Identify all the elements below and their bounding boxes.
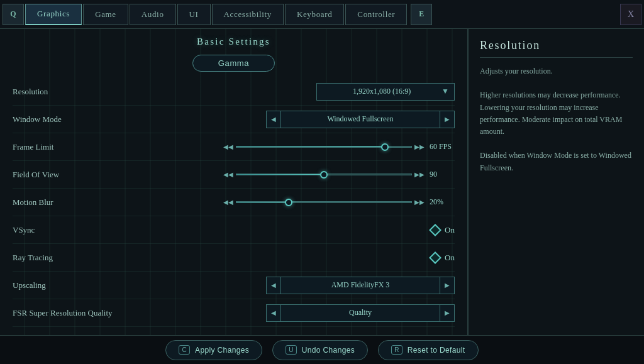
undo-key-label: U	[286, 345, 297, 355]
upscaling-selector: ◀ AMD FidelityFX 3 ▶	[266, 277, 455, 294]
resolution-value: 1,920x1,080 (16:9)	[322, 87, 441, 96]
main-layout: Basic Settings Gamma Resolution 1,920x1,…	[0, 29, 644, 335]
top-nav: Q Graphics Game Audio UI Accessibility K…	[0, 0, 644, 29]
ray-tracing-toggle[interactable]: On	[431, 253, 455, 263]
left-panel: Basic Settings Gamma Resolution 1,920x1,…	[0, 29, 468, 335]
ray-tracing-row: Ray Tracing On	[13, 244, 455, 272]
fov-slider-fill	[236, 174, 324, 175]
vsync-control[interactable]: On	[138, 225, 455, 235]
apply-label: Apply Changes	[195, 346, 249, 355]
tab-ui[interactable]: UI	[177, 4, 211, 25]
window-mode-selector: ◀ Windowed Fullscreen ▶	[266, 111, 455, 128]
apply-key-label: C	[179, 345, 190, 355]
apply-changes-button[interactable]: C Apply Changes	[165, 340, 262, 360]
ray-tracing-label: Ray Tracing	[13, 253, 138, 263]
fov-slider[interactable]: ◀◀ ▶▶	[223, 171, 425, 178]
motion-blur-control: ◀◀ ▶▶ 20%	[138, 197, 455, 207]
motion-blur-thumb[interactable]	[285, 199, 292, 206]
close-button[interactable]: X	[620, 4, 641, 25]
fov-control: ◀◀ ▶▶ 90	[138, 170, 455, 179]
tab-accessibility[interactable]: Accessibility	[212, 4, 284, 25]
window-mode-control: ◀ Windowed Fullscreen ▶	[138, 111, 455, 128]
fov-label: Field Of View	[13, 170, 138, 180]
motion-blur-row: Motion Blur ◀◀ ▶▶ 20%	[13, 189, 455, 216]
fov-slider-thumb[interactable]	[320, 171, 328, 179]
frame-limit-row: Frame Limit ◀◀ ▶▶ 60 FPS	[13, 133, 455, 161]
fsr-prev-button[interactable]: ◀	[266, 304, 281, 322]
upscaling-label: Upscaling	[13, 280, 138, 290]
bottom-bar: C Apply Changes U Undo Changes R Reset t…	[0, 335, 644, 364]
gamma-button[interactable]: Gamma	[192, 55, 275, 72]
e-icon-button[interactable]: E	[411, 4, 432, 25]
slider-thumb[interactable]	[381, 143, 389, 151]
window-mode-row: Window Mode ◀ Windowed Fullscreen ▶	[13, 106, 455, 133]
undo-changes-button[interactable]: U Undo Changes	[272, 340, 368, 360]
resolution-row: Resolution 1,920x1,080 (16:9) ▼	[13, 78, 455, 106]
motion-blur-left-icon: ◀◀	[223, 199, 233, 206]
upscaling-prev-button[interactable]: ◀	[266, 277, 281, 294]
motion-blur-slider[interactable]: ◀◀ ▶▶	[223, 199, 425, 206]
tab-game[interactable]: Game	[83, 4, 128, 25]
motion-blur-track[interactable]	[236, 201, 412, 203]
fov-slider-left-icon: ◀◀	[223, 171, 233, 178]
upscaling-row: Upscaling ◀ AMD FidelityFX 3 ▶	[13, 272, 455, 299]
q-icon-button[interactable]: Q	[3, 4, 24, 25]
reset-label: Reset to Default	[408, 346, 465, 355]
fsr-row: FSR Super Resolution Quality ◀ Quality ▶	[13, 299, 455, 327]
fov-row: Field Of View ◀◀ ▶▶ 90	[13, 161, 455, 189]
reset-key-label: R	[391, 345, 402, 355]
resolution-dropdown[interactable]: 1,920x1,080 (16:9) ▼	[316, 83, 455, 101]
gamma-button-wrap: Gamma	[0, 52, 467, 78]
fov-slider-right-icon: ▶▶	[414, 171, 425, 178]
right-panel: Resolution Adjusts your resolution. High…	[468, 29, 644, 335]
vsync-value: On	[445, 225, 455, 235]
vsync-toggle[interactable]: On	[431, 225, 455, 235]
fsr-control: ◀ Quality ▶	[138, 304, 455, 322]
fsr-selector: ◀ Quality ▶	[266, 304, 455, 322]
tab-graphics[interactable]: Graphics	[25, 4, 82, 25]
tab-audio[interactable]: Audio	[130, 4, 176, 25]
window-mode-value: Windowed Fullscreen	[281, 111, 440, 128]
frame-limit-control: ◀◀ ▶▶ 60 FPS	[138, 142, 455, 152]
ray-tracing-diamond-icon	[429, 251, 441, 264]
frame-limit-slider[interactable]: ◀◀ ▶▶	[223, 143, 425, 150]
dropdown-arrow-icon: ▼	[441, 87, 449, 96]
resolution-label: Resolution	[13, 87, 138, 97]
ray-tracing-control[interactable]: On	[138, 253, 455, 263]
vsync-diamond-icon	[429, 224, 441, 236]
reset-to-default-button[interactable]: R Reset to Default	[378, 340, 478, 360]
upscaling-next-button[interactable]: ▶	[440, 277, 455, 294]
vsync-label: VSync	[13, 225, 138, 235]
slider-right-icon: ▶▶	[414, 143, 425, 150]
window-mode-next-button[interactable]: ▶	[440, 111, 455, 128]
section-title: Basic Settings	[0, 29, 467, 52]
vsync-row: VSync On	[13, 216, 455, 244]
fsr-value: Quality	[281, 304, 440, 322]
ray-tracing-value: On	[445, 253, 455, 263]
settings-area: Resolution 1,920x1,080 (16:9) ▼ Window M…	[0, 78, 467, 327]
resolution-control[interactable]: 1,920x1,080 (16:9) ▼	[138, 83, 455, 101]
motion-blur-label: Motion Blur	[13, 197, 138, 207]
fov-slider-track[interactable]	[236, 174, 412, 175]
fsr-next-button[interactable]: ▶	[440, 304, 455, 322]
upscaling-value: AMD FidelityFX 3	[281, 277, 440, 294]
motion-blur-fill	[236, 202, 289, 202]
right-panel-title: Resolution	[480, 39, 633, 58]
tab-controller[interactable]: Controller	[345, 4, 407, 25]
slider-track[interactable]	[236, 146, 412, 148]
undo-label: Undo Changes	[302, 346, 355, 355]
window-mode-label: Window Mode	[13, 114, 138, 124]
fov-value: 90	[430, 170, 455, 179]
right-panel-description: Adjusts your resolution. Higher resoluti…	[480, 65, 633, 174]
frame-limit-label: Frame Limit	[13, 142, 138, 152]
fsr-label: FSR Super Resolution Quality	[13, 308, 138, 318]
upscaling-control: ◀ AMD FidelityFX 3 ▶	[138, 277, 455, 294]
frame-limit-value: 60 FPS	[430, 142, 455, 152]
motion-blur-value: 20%	[430, 197, 455, 207]
motion-blur-right-icon: ▶▶	[414, 199, 425, 206]
slider-fill	[236, 146, 385, 147]
slider-left-icon: ◀◀	[223, 143, 233, 150]
window-mode-prev-button[interactable]: ◀	[266, 111, 281, 128]
tab-keyboard[interactable]: Keyboard	[285, 4, 344, 25]
